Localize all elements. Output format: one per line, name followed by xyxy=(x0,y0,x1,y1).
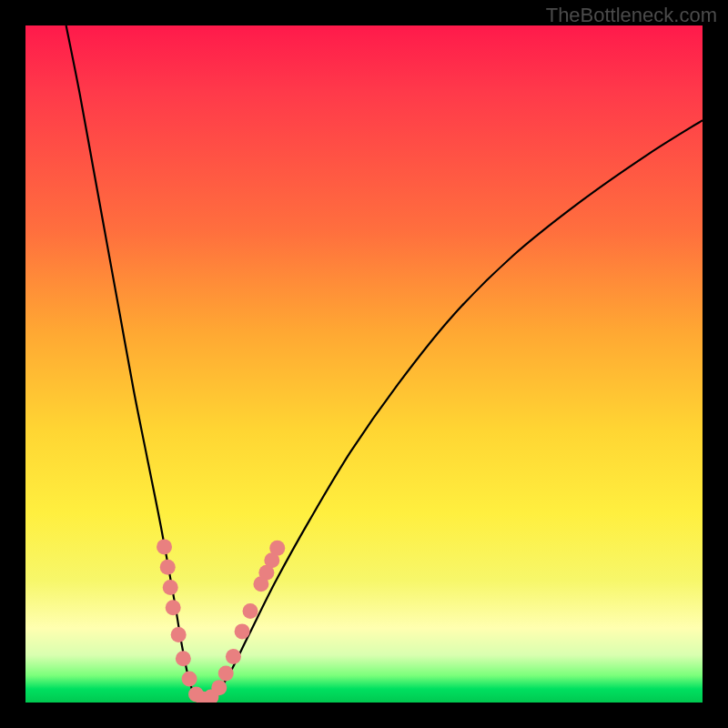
curve-marker xyxy=(182,671,197,686)
plot-area xyxy=(25,25,703,703)
curve-marker xyxy=(160,560,176,575)
marker-layer xyxy=(157,539,285,703)
chart-frame: TheBottleneck.com xyxy=(0,0,728,728)
curve-marker xyxy=(171,627,187,642)
curve-layer xyxy=(25,25,703,703)
curve-marker xyxy=(176,651,191,666)
curve-marker xyxy=(163,580,178,595)
bottleneck-curve xyxy=(66,25,703,703)
curve-marker xyxy=(226,649,241,664)
curve-marker xyxy=(157,539,172,554)
watermark-text: TheBottleneck.com xyxy=(546,4,717,27)
curve-marker xyxy=(166,600,181,615)
curve-marker xyxy=(235,623,250,639)
curve-marker xyxy=(269,541,285,556)
curve-marker xyxy=(211,680,227,695)
curve-marker xyxy=(243,603,258,619)
curve-marker xyxy=(218,666,234,682)
